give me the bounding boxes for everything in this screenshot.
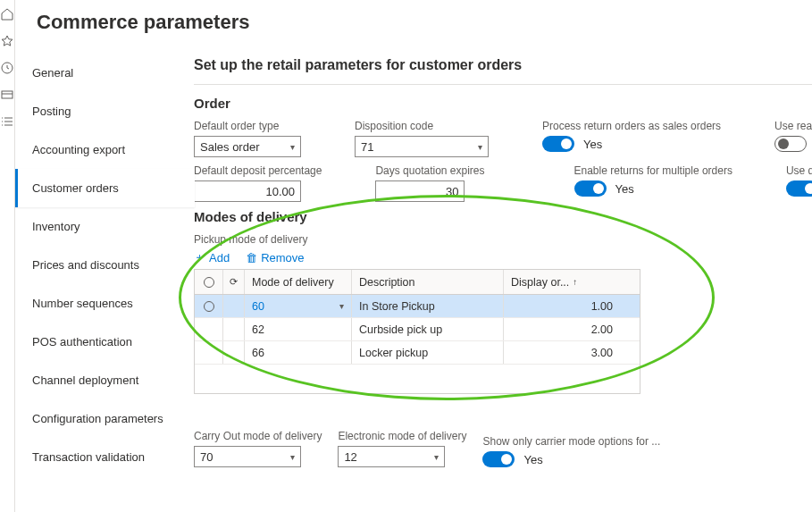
- sidenav-item-inventory[interactable]: Inventory: [15, 207, 194, 246]
- chevron-down-icon: ▾: [290, 142, 295, 152]
- default-deposit-pct-input[interactable]: 10.00: [194, 180, 301, 202]
- days-quotation-label: Days quotation expires: [375, 164, 484, 177]
- use-realti-label: Use realti: [774, 120, 812, 132]
- electronic-select[interactable]: 12▾: [338, 446, 445, 467]
- sort-asc-icon: ↑: [573, 277, 577, 287]
- remove-button[interactable]: 🗑Remove: [246, 249, 304, 265]
- enable-returns-multiple-value: Yes: [615, 182, 634, 196]
- chevron-down-icon: ▾: [434, 452, 439, 462]
- sidenav-item-accounting-export[interactable]: Accounting export: [15, 130, 194, 169]
- disposition-code-label: Disposition code: [355, 120, 489, 132]
- show-carrier-toggle[interactable]: [482, 451, 515, 467]
- enable-returns-multiple-toggle[interactable]: [574, 180, 607, 197]
- home-icon[interactable]: [0, 7, 14, 21]
- process-returns-value: Yes: [583, 138, 602, 151]
- row-desc: Curbside pick up: [352, 318, 504, 340]
- default-deposit-pct-label: Default deposit percentage: [194, 164, 322, 177]
- table-row[interactable]: 66 Locker pickup 3.00: [195, 341, 640, 365]
- disposition-code-select[interactable]: 71▾: [355, 136, 489, 157]
- clock-icon[interactable]: [0, 61, 14, 75]
- mode-cell[interactable]: 66: [245, 341, 352, 364]
- days-quotation-input[interactable]: 30: [375, 180, 465, 202]
- show-carrier-label: Show only carrier mode options for ...: [482, 435, 660, 448]
- process-returns-toggle[interactable]: [542, 136, 574, 152]
- sidenav-item-channel-deployment[interactable]: Channel deployment: [15, 361, 194, 399]
- side-nav: General Posting Accounting export Custom…: [15, 50, 194, 512]
- star-icon[interactable]: [0, 34, 14, 48]
- use-realti-toggle[interactable]: [774, 136, 807, 152]
- use-defau-toggle[interactable]: [786, 180, 812, 197]
- enable-returns-multiple-label: Enable returns for multiple orders: [574, 164, 732, 177]
- electronic-label: Electronic mode of delivery: [338, 430, 466, 442]
- sidenav-item-number-sequences[interactable]: Number sequences: [15, 284, 194, 323]
- table-row[interactable]: 62 Curbside pick up 2.00: [195, 318, 640, 341]
- modes-section-title: Modes of delivery: [194, 209, 812, 224]
- list-icon[interactable]: [0, 114, 14, 129]
- show-carrier-value: Yes: [523, 453, 542, 466]
- carry-out-label: Carry Out mode of delivery: [194, 430, 322, 442]
- default-order-type-select[interactable]: Sales order▾: [194, 136, 301, 157]
- sidenav-item-prices-discounts[interactable]: Prices and discounts: [15, 246, 194, 284]
- chevron-down-icon[interactable]: ▾: [339, 301, 344, 311]
- row-desc: In Store Pickup: [352, 295, 504, 317]
- svg-rect-1: [2, 91, 13, 98]
- table-row[interactable]: 60▾ In Store Pickup 1.00: [195, 295, 640, 318]
- mode-cell[interactable]: 62: [245, 318, 352, 340]
- sidenav-item-posting[interactable]: Posting: [15, 92, 194, 130]
- use-defau-label: Use defau: [786, 164, 812, 177]
- col-display-order[interactable]: Display or...↑: [504, 270, 640, 294]
- plus-icon: ＋: [194, 249, 205, 265]
- row-desc: Locker pickup: [352, 341, 504, 364]
- col-mode[interactable]: Mode of delivery: [245, 270, 352, 294]
- refresh-icon[interactable]: ⟳: [230, 276, 238, 288]
- sidenav-item-transaction-validation[interactable]: Transaction validation: [15, 438, 194, 476]
- mode-link[interactable]: 60: [252, 300, 264, 313]
- sidenav-item-pos-auth[interactable]: POS authentication: [15, 323, 194, 361]
- pickup-mode-label: Pickup mode of delivery: [194, 233, 812, 246]
- sidenav-item-general[interactable]: General: [15, 54, 194, 92]
- row-radio[interactable]: [204, 301, 214, 312]
- page-title: Commerce parameters: [15, 0, 812, 50]
- pickup-modes-grid: ⟳ Mode of delivery Description Display o…: [194, 269, 640, 394]
- default-order-type-label: Default order type: [194, 120, 301, 132]
- chevron-down-icon: ▾: [478, 142, 482, 152]
- chevron-down-icon: ▾: [290, 452, 295, 462]
- row-order: 1.00: [504, 295, 640, 317]
- trash-icon: 🗑: [246, 251, 257, 264]
- select-all-radio[interactable]: [204, 277, 214, 288]
- row-order: 3.00: [504, 341, 640, 364]
- order-section-title: Order: [194, 96, 812, 111]
- sidenav-item-config-params[interactable]: Configuration parameters: [15, 399, 194, 438]
- app-iconbar: [0, 0, 15, 512]
- add-button[interactable]: ＋Add: [194, 249, 230, 265]
- col-description[interactable]: Description: [352, 270, 504, 294]
- process-returns-label: Process return orders as sales orders: [542, 120, 721, 132]
- sidenav-item-customer-orders[interactable]: Customer orders: [15, 169, 195, 207]
- card-icon[interactable]: [0, 88, 14, 102]
- carry-out-select[interactable]: 70▾: [194, 446, 301, 467]
- main-subheader: Set up the retail parameters for custome…: [194, 50, 812, 85]
- row-order: 2.00: [504, 318, 640, 340]
